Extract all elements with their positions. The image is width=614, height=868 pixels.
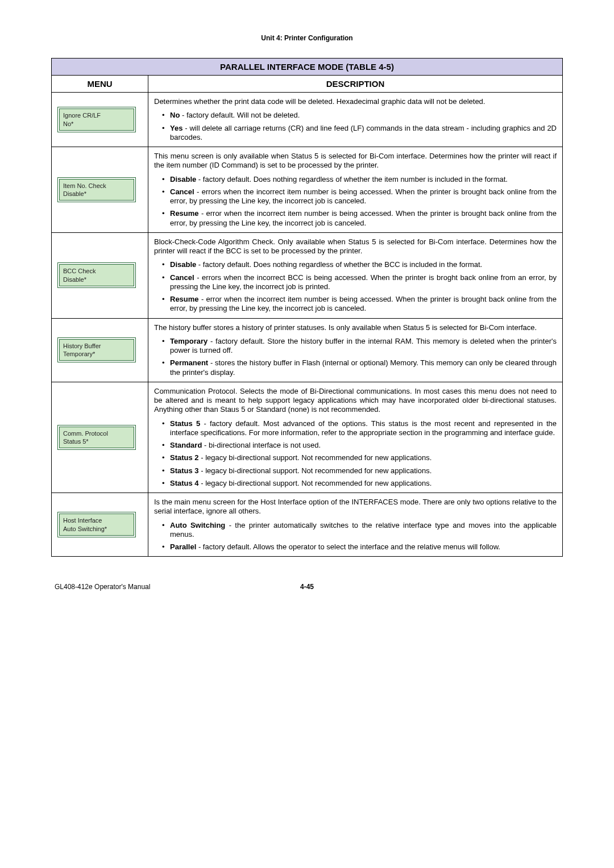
option-text: - the printer automatically switches to … bbox=[170, 521, 557, 539]
option-text: - error when the incorrect item number i… bbox=[170, 295, 557, 312]
row-intro: Communication Protocol. Selects the mode… bbox=[154, 387, 557, 415]
footer-left: GL408-412e Operator's Manual bbox=[55, 583, 150, 591]
table-title: PARALLEL INTERFACE MODE (TABLE 4-5) bbox=[52, 59, 563, 76]
table-row: History Buffer Temporary* The history bu… bbox=[52, 318, 563, 382]
menu-option-title: Host Interface bbox=[63, 516, 130, 524]
list-item: Disable - factory default. Does nothing … bbox=[160, 260, 557, 269]
menu-option-box: Ignore CR/LF No* bbox=[57, 107, 136, 132]
option-text: - stores the history buffer in Flash (in… bbox=[170, 358, 557, 376]
option-text: - legacy bi-directional support. Not rec… bbox=[199, 453, 432, 462]
option-text: - factory default. Does nothing regardle… bbox=[196, 175, 508, 183]
row-intro: Is the main menu screen for the Host Int… bbox=[154, 498, 557, 516]
list-item: Resume - error when the incorrect item n… bbox=[160, 295, 557, 314]
menu-option-title: History Buffer bbox=[63, 342, 130, 350]
option-label: Temporary bbox=[170, 337, 208, 345]
option-text: - factory default. Does nothing regardle… bbox=[196, 260, 482, 269]
option-label: Yes bbox=[170, 124, 182, 132]
option-label: No bbox=[170, 111, 180, 119]
option-text: - factory default. Most advanced of the … bbox=[170, 419, 557, 437]
table-row: Item No. Check Disable* This menu screen… bbox=[52, 147, 563, 233]
menu-option-title: BCC Check bbox=[63, 267, 130, 275]
option-label: Parallel bbox=[170, 542, 196, 551]
list-item: Status 2 - legacy bi-directional support… bbox=[160, 453, 557, 462]
list-item: Standard - bi-directional interface is n… bbox=[160, 441, 557, 450]
menu-option-value: Disable* bbox=[63, 190, 130, 198]
option-label: Cancel bbox=[170, 187, 194, 196]
table-row: Comm. Protocol Status 5* Communication P… bbox=[52, 382, 563, 493]
option-label: Auto Switching bbox=[170, 521, 225, 529]
unit-header: Unit 4: Printer Configuration bbox=[51, 34, 563, 42]
option-label: Status 5 bbox=[170, 419, 200, 428]
menu-option-value: Status 5* bbox=[63, 437, 130, 445]
menu-option-value: Auto Switching* bbox=[63, 525, 130, 533]
list-item: No - factory default. Will not be delete… bbox=[160, 111, 557, 120]
list-item: Status 4 - legacy bi-directional support… bbox=[160, 479, 557, 488]
option-label: Status 2 bbox=[170, 453, 199, 462]
menu-option-value: No* bbox=[63, 120, 130, 128]
option-text: - errors when the incorrect BCC is being… bbox=[170, 273, 557, 291]
option-label: Permanent bbox=[170, 358, 208, 367]
page-number: 4-45 bbox=[300, 583, 314, 591]
list-item: Temporary - factory default. Store the h… bbox=[160, 337, 557, 356]
option-label: Resume bbox=[170, 209, 199, 218]
option-text: - factory default. Allows the operator t… bbox=[196, 542, 500, 551]
menu-option-box: Comm. Protocol Status 5* bbox=[57, 425, 136, 450]
list-item: Status 3 - legacy bi-directional support… bbox=[160, 466, 557, 475]
interface-mode-table: PARALLEL INTERFACE MODE (TABLE 4-5) MENU… bbox=[51, 58, 563, 557]
option-text: - legacy bi-directional support. Not rec… bbox=[199, 479, 432, 487]
menu-option-title: Ignore CR/LF bbox=[63, 111, 130, 119]
list-item: Resume - error when the incorrect item n… bbox=[160, 209, 557, 228]
column-header-description: DESCRIPTION bbox=[148, 76, 563, 93]
table-row: Host Interface Auto Switching* Is the ma… bbox=[52, 493, 563, 557]
list-item: Parallel - factory default. Allows the o… bbox=[160, 542, 557, 552]
option-text: - bi-directional interface is not used. bbox=[202, 441, 321, 449]
row-intro: This menu screen is only available when … bbox=[154, 152, 557, 170]
list-item: Cancel - errors when the incorrect item … bbox=[160, 187, 557, 206]
option-label: Status 4 bbox=[170, 479, 199, 487]
table-row: BCC Check Disable* Block-Check-Code Algo… bbox=[52, 232, 563, 318]
column-header-menu: MENU bbox=[52, 76, 148, 93]
list-item: Auto Switching - the printer automatical… bbox=[160, 521, 557, 540]
option-label: Cancel bbox=[170, 273, 194, 282]
option-text: - legacy bi-directional support. Not rec… bbox=[199, 466, 432, 475]
menu-option-title: Comm. Protocol bbox=[63, 429, 130, 437]
option-label: Standard bbox=[170, 441, 202, 449]
option-label: Resume bbox=[170, 295, 199, 303]
option-text: - will delete all carriage returns (CR) … bbox=[170, 124, 557, 141]
menu-option-box: Host Interface Auto Switching* bbox=[57, 512, 136, 537]
option-label: Disable bbox=[170, 175, 196, 183]
option-text: - factory default. Will not be deleted. bbox=[180, 111, 300, 119]
list-item: Status 5 - factory default. Most advance… bbox=[160, 419, 557, 438]
list-item: Cancel - errors when the incorrect BCC i… bbox=[160, 273, 557, 292]
menu-option-box: BCC Check Disable* bbox=[57, 262, 136, 288]
row-intro: Determines whether the print data code w… bbox=[154, 97, 557, 106]
option-text: - factory default. Store the history buf… bbox=[170, 337, 557, 354]
menu-option-box: History Buffer Temporary* bbox=[57, 337, 136, 363]
option-text: - errors when the incorrect item number … bbox=[170, 187, 557, 205]
list-item: Permanent - stores the history buffer in… bbox=[160, 358, 557, 377]
option-label: Disable bbox=[170, 260, 196, 269]
menu-option-value: Temporary* bbox=[63, 350, 130, 358]
menu-option-box: Item No. Check Disable* bbox=[57, 177, 136, 203]
row-intro: Block-Check-Code Algorithm Check. Only a… bbox=[154, 237, 557, 256]
list-item: Disable - factory default. Does nothing … bbox=[160, 175, 557, 184]
option-label: Status 3 bbox=[170, 466, 199, 475]
menu-option-value: Disable* bbox=[63, 276, 130, 283]
option-text: - error when the incorrect item number i… bbox=[170, 209, 557, 227]
list-item: Yes - will delete all carriage returns (… bbox=[160, 124, 557, 143]
table-row: Ignore CR/LF No* Determines whether the … bbox=[52, 93, 563, 147]
row-intro: The history buffer stores a history of p… bbox=[154, 323, 557, 332]
menu-option-title: Item No. Check bbox=[63, 182, 130, 190]
